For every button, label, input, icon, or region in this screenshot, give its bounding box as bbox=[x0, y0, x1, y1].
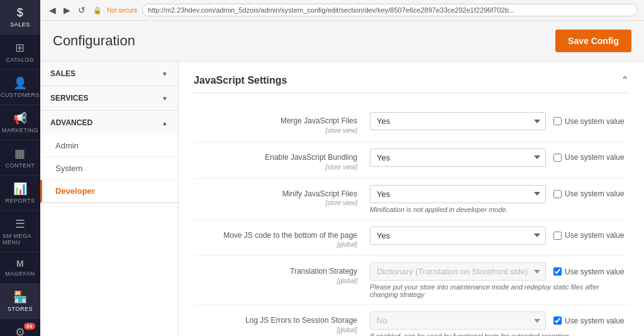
reload-button[interactable]: ↺ bbox=[75, 4, 88, 16]
table-row: Merge JavaScript Files [store view] YesN… bbox=[194, 106, 629, 142]
nav-section-sales: SALES ▼ bbox=[40, 62, 178, 86]
use-system-value-merge-js: Use system value bbox=[553, 117, 625, 126]
nav-section-sales-header[interactable]: SALES ▼ bbox=[40, 62, 178, 86]
chevron-up-icon: ▲ bbox=[162, 120, 168, 126]
translation-strategy-hint: Please put your store into maintenance m… bbox=[370, 283, 629, 298]
collapse-button[interactable]: ⌃ bbox=[621, 74, 629, 86]
browser-nav-buttons: ◀ ▶ ↺ bbox=[47, 4, 88, 16]
url-input[interactable] bbox=[142, 4, 638, 16]
use-system-checkbox-merge-js[interactable] bbox=[553, 117, 562, 125]
merge-js-select[interactable]: YesNo bbox=[370, 112, 546, 130]
stores-icon: 🏪 bbox=[13, 290, 28, 304]
topbar: Configuration Save Config bbox=[40, 21, 644, 62]
settings-table: Merge JavaScript Files [store view] YesN… bbox=[194, 106, 629, 336]
settings-label-minify-js: Minify JavaScript Files [store view] bbox=[194, 185, 370, 208]
marketing-icon: 📢 bbox=[13, 111, 28, 125]
table-row: Enable JavaScript Bundling [store view] … bbox=[194, 142, 629, 179]
settings-control-translation-strategy: Dictionary (Translation on Storefront si… bbox=[370, 262, 629, 298]
sidebar-item-sm-mega-menu[interactable]: ☰ SM MEGA MENU bbox=[0, 211, 40, 252]
sidebar-item-system[interactable]: ⚙ SYSTEM 66 bbox=[0, 319, 40, 336]
section-header: JavaScript Settings ⌃ bbox=[194, 74, 629, 93]
sidebar-item-stores[interactable]: 🏪 STORES bbox=[0, 284, 40, 319]
use-system-value-move-js-bottom: Use system value bbox=[553, 231, 625, 240]
forward-button[interactable]: ▶ bbox=[61, 4, 73, 16]
nav-item-developer[interactable]: Developer bbox=[40, 180, 178, 203]
sidebar-item-content[interactable]: ▦ CONTENT bbox=[0, 140, 40, 176]
minify-js-select[interactable]: YesNo bbox=[370, 185, 546, 203]
nav-item-system[interactable]: System bbox=[40, 157, 178, 180]
section-title: JavaScript Settings bbox=[194, 75, 287, 86]
back-button[interactable]: ◀ bbox=[47, 4, 58, 16]
settings-control-row: Dictionary (Translation on Storefront si… bbox=[370, 262, 629, 281]
settings-control-move-js-bottom: YesNo Use system value bbox=[370, 227, 629, 245]
settings-control-row: NoYes Use system value bbox=[370, 311, 629, 330]
mega-menu-icon: ☰ bbox=[15, 217, 26, 231]
lock-icon: 🔒 bbox=[93, 6, 102, 14]
url-bar: ◀ ▶ ↺ 🔒 Not secure bbox=[40, 0, 644, 21]
table-row: Translation Strategy [global] Dictionary… bbox=[194, 256, 629, 305]
settings-label-enable-js-bundling: Enable JavaScript Bundling [store view] bbox=[194, 148, 370, 172]
nav-item-admin[interactable]: Admin bbox=[40, 135, 178, 157]
not-secure-label: Not secure bbox=[107, 7, 137, 14]
enable-js-bundling-select[interactable]: YesNo bbox=[370, 148, 546, 167]
use-system-value-log-js-errors: Use system value bbox=[553, 316, 625, 325]
sales-icon: $ bbox=[17, 6, 24, 20]
use-system-value-minify-js: Use system value bbox=[553, 189, 625, 198]
sidebar-item-sales[interactable]: $ SALES bbox=[0, 0, 40, 35]
use-system-checkbox-move-js-bottom[interactable] bbox=[553, 232, 562, 240]
page-title: Configuration bbox=[53, 33, 135, 49]
nav-section-services: SERVICES ▼ bbox=[40, 86, 178, 111]
use-system-checkbox-bundling[interactable] bbox=[553, 154, 562, 162]
move-js-bottom-select[interactable]: YesNo bbox=[370, 227, 546, 245]
settings-control-minify-js: YesNo Use system value Minification is n… bbox=[370, 185, 629, 213]
sidebar-item-marketing[interactable]: 📢 MARKETING bbox=[0, 105, 40, 140]
content-icon: ▦ bbox=[14, 147, 26, 160]
use-system-value-translation-strategy: Use system value bbox=[553, 267, 625, 276]
log-js-errors-select[interactable]: NoYes bbox=[370, 311, 546, 330]
sidebar: $ SALES ⊞ CATALOG 👤 CUSTOMERS 📢 MARKETIN… bbox=[0, 0, 40, 336]
sidebar-item-magefan[interactable]: M MAGEFAN bbox=[0, 252, 40, 284]
settings-control-row: YesNo Use system value bbox=[370, 227, 629, 245]
reports-icon: 📊 bbox=[13, 182, 28, 196]
settings-label-move-js-bottom: Move JS code to the bottom of the page [… bbox=[194, 227, 370, 250]
sidebar-item-catalog[interactable]: ⊞ CATALOG bbox=[0, 35, 40, 70]
use-system-checkbox-minify-js[interactable] bbox=[553, 190, 562, 198]
use-system-checkbox-log-js-errors[interactable] bbox=[553, 316, 562, 325]
system-badge: 66 bbox=[24, 323, 35, 330]
nav-section-services-header[interactable]: SERVICES ▼ bbox=[40, 86, 178, 110]
settings-control-row: YesNo Use system value bbox=[370, 112, 629, 130]
main-area: ◀ ▶ ↺ 🔒 Not secure Configuration Save Co… bbox=[40, 0, 644, 336]
magefan-icon: M bbox=[16, 259, 24, 269]
content-wrapper: SALES ▼ SERVICES ▼ ADVANCED ▲ Admin bbox=[40, 62, 644, 336]
sidebar-item-reports[interactable]: 📊 REPORTS bbox=[0, 176, 40, 211]
translation-strategy-select[interactable]: Dictionary (Translation on Storefront si… bbox=[370, 262, 546, 281]
settings-label-merge-js: Merge JavaScript Files [store view] bbox=[194, 112, 370, 135]
log-js-errors-hint: If enabled, can be used by functional te… bbox=[370, 332, 629, 336]
settings-control-enable-js-bundling: YesNo Use system value bbox=[370, 148, 629, 167]
use-system-value-bundling: Use system value bbox=[553, 153, 625, 162]
minify-js-hint: Minification is not applied in developer… bbox=[370, 206, 629, 213]
settings-control-log-js-errors: NoYes Use system value If enabled, can b… bbox=[370, 311, 629, 336]
right-panel: JavaScript Settings ⌃ Merge JavaScript F… bbox=[179, 62, 644, 336]
settings-label-log-js-errors: Log JS Errors to Session Storage [global… bbox=[194, 311, 370, 335]
sidebar-item-customers[interactable]: 👤 CUSTOMERS bbox=[0, 70, 40, 105]
nav-section-advanced-header[interactable]: ADVANCED ▲ bbox=[40, 111, 178, 135]
table-row: Minify JavaScript Files [store view] Yes… bbox=[194, 179, 629, 220]
settings-control-merge-js: YesNo Use system value bbox=[370, 112, 629, 130]
settings-label-translation-strategy: Translation Strategy [global] bbox=[194, 262, 370, 286]
nav-section-advanced: ADVANCED ▲ Admin System Developer bbox=[40, 111, 178, 203]
save-config-button[interactable]: Save Config bbox=[555, 30, 631, 52]
use-system-checkbox-translation-strategy[interactable] bbox=[553, 267, 562, 276]
chevron-down-icon: ▼ bbox=[162, 95, 168, 102]
customers-icon: 👤 bbox=[13, 76, 28, 90]
left-nav: SALES ▼ SERVICES ▼ ADVANCED ▲ Admin bbox=[40, 62, 179, 336]
table-row: Log JS Errors to Session Storage [global… bbox=[194, 305, 629, 336]
settings-control-row: YesNo Use system value bbox=[370, 185, 629, 203]
table-row: Move JS code to the bottom of the page [… bbox=[194, 220, 629, 257]
settings-control-row: YesNo Use system value bbox=[370, 148, 629, 167]
chevron-down-icon: ▼ bbox=[162, 70, 168, 77]
catalog-icon: ⊞ bbox=[15, 41, 25, 55]
